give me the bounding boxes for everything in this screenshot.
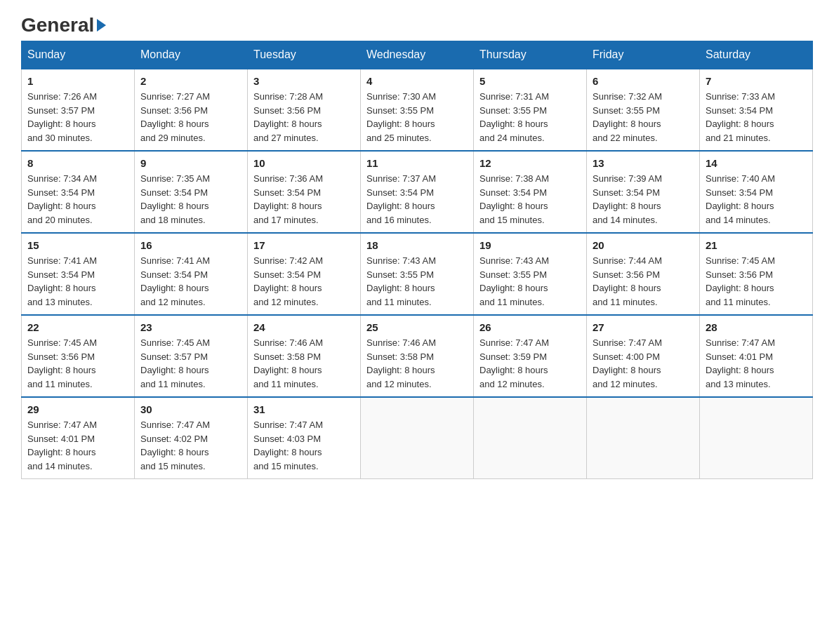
day-number: 15 [27,239,128,251]
day-info: Sunrise: 7:33 AMSunset: 3:54 PMDaylight:… [706,90,807,145]
day-number: 23 [140,321,241,333]
day-number: 8 [27,157,128,169]
day-number: 12 [479,157,581,169]
calendar-cell: 28 Sunrise: 7:47 AMSunset: 4:01 PMDaylig… [700,315,813,397]
calendar-cell: 29 Sunrise: 7:47 AMSunset: 4:01 PMDaylig… [22,397,135,479]
calendar-cell: 13 Sunrise: 7:39 AMSunset: 3:54 PMDaylig… [587,151,700,233]
day-number: 6 [593,75,694,87]
weekday-header-sunday: Sunday [22,41,135,69]
day-info: Sunrise: 7:47 AMSunset: 4:01 PMDaylight:… [27,418,128,473]
day-number: 28 [706,321,807,333]
day-info: Sunrise: 7:37 AMSunset: 3:54 PMDaylight:… [366,172,468,227]
calendar-cell: 25 Sunrise: 7:46 AMSunset: 3:58 PMDaylig… [361,315,474,397]
day-number: 16 [140,239,241,251]
day-info: Sunrise: 7:46 AMSunset: 3:58 PMDaylight:… [366,336,468,391]
day-number: 13 [593,157,694,169]
day-info: Sunrise: 7:47 AMSunset: 3:59 PMDaylight:… [479,336,581,391]
calendar-week-3: 15 Sunrise: 7:41 AMSunset: 3:54 PMDaylig… [22,233,813,315]
calendar-week-5: 29 Sunrise: 7:47 AMSunset: 4:01 PMDaylig… [22,397,813,479]
day-info: Sunrise: 7:39 AMSunset: 3:54 PMDaylight:… [593,172,694,227]
calendar-cell: 27 Sunrise: 7:47 AMSunset: 4:00 PMDaylig… [587,315,700,397]
calendar-cell: 19 Sunrise: 7:43 AMSunset: 3:55 PMDaylig… [474,233,587,315]
calendar-cell: 30 Sunrise: 7:47 AMSunset: 4:02 PMDaylig… [135,397,248,479]
day-number: 7 [706,75,807,87]
day-info: Sunrise: 7:45 AMSunset: 3:57 PMDaylight:… [140,336,241,391]
calendar-cell: 11 Sunrise: 7:37 AMSunset: 3:54 PMDaylig… [361,151,474,233]
weekday-header-wednesday: Wednesday [361,41,474,69]
day-info: Sunrise: 7:43 AMSunset: 3:55 PMDaylight:… [479,254,581,309]
calendar-header-row: SundayMondayTuesdayWednesdayThursdayFrid… [22,41,813,69]
calendar-cell: 7 Sunrise: 7:33 AMSunset: 3:54 PMDayligh… [700,69,813,151]
day-number: 2 [140,75,241,87]
day-number: 19 [479,239,581,251]
calendar-cell: 1 Sunrise: 7:26 AMSunset: 3:57 PMDayligh… [22,69,135,151]
calendar-cell: 17 Sunrise: 7:42 AMSunset: 3:54 PMDaylig… [248,233,361,315]
calendar-week-4: 22 Sunrise: 7:45 AMSunset: 3:56 PMDaylig… [22,315,813,397]
day-number: 5 [479,75,581,87]
day-number: 14 [706,157,807,169]
day-number: 18 [366,239,468,251]
calendar-cell: 8 Sunrise: 7:34 AMSunset: 3:54 PMDayligh… [22,151,135,233]
day-info: Sunrise: 7:47 AMSunset: 4:01 PMDaylight:… [706,336,807,391]
day-info: Sunrise: 7:35 AMSunset: 3:54 PMDaylight:… [140,172,241,227]
calendar-cell: 15 Sunrise: 7:41 AMSunset: 3:54 PMDaylig… [22,233,135,315]
weekday-header-tuesday: Tuesday [248,41,361,69]
day-info: Sunrise: 7:40 AMSunset: 3:54 PMDaylight:… [706,172,807,227]
day-info: Sunrise: 7:36 AMSunset: 3:54 PMDaylight:… [253,172,355,227]
day-info: Sunrise: 7:43 AMSunset: 3:55 PMDaylight:… [366,254,468,309]
day-info: Sunrise: 7:44 AMSunset: 3:56 PMDaylight:… [593,254,694,309]
day-number: 3 [253,75,355,87]
day-number: 1 [27,75,128,87]
calendar-cell: 20 Sunrise: 7:44 AMSunset: 3:56 PMDaylig… [587,233,700,315]
day-info: Sunrise: 7:42 AMSunset: 3:54 PMDaylight:… [253,254,355,309]
day-info: Sunrise: 7:46 AMSunset: 3:58 PMDaylight:… [253,336,355,391]
weekday-header-monday: Monday [135,41,248,69]
calendar-cell: 10 Sunrise: 7:36 AMSunset: 3:54 PMDaylig… [248,151,361,233]
calendar-cell: 6 Sunrise: 7:32 AMSunset: 3:55 PMDayligh… [587,69,700,151]
day-number: 10 [253,157,355,169]
day-info: Sunrise: 7:41 AMSunset: 3:54 PMDaylight:… [27,254,128,309]
day-info: Sunrise: 7:38 AMSunset: 3:54 PMDaylight:… [479,172,581,227]
day-info: Sunrise: 7:28 AMSunset: 3:56 PMDaylight:… [253,90,355,145]
calendar-cell: 18 Sunrise: 7:43 AMSunset: 3:55 PMDaylig… [361,233,474,315]
logo: General [21,14,106,34]
day-info: Sunrise: 7:30 AMSunset: 3:55 PMDaylight:… [366,90,468,145]
calendar-week-2: 8 Sunrise: 7:34 AMSunset: 3:54 PMDayligh… [22,151,813,233]
day-info: Sunrise: 7:45 AMSunset: 3:56 PMDaylight:… [27,336,128,391]
day-info: Sunrise: 7:47 AMSunset: 4:00 PMDaylight:… [593,336,694,391]
calendar-cell [700,397,813,479]
day-number: 22 [27,321,128,333]
day-number: 27 [593,321,694,333]
day-info: Sunrise: 7:26 AMSunset: 3:57 PMDaylight:… [27,90,128,145]
day-info: Sunrise: 7:34 AMSunset: 3:54 PMDaylight:… [27,172,128,227]
day-info: Sunrise: 7:47 AMSunset: 4:02 PMDaylight:… [140,418,241,473]
calendar-cell: 5 Sunrise: 7:31 AMSunset: 3:55 PMDayligh… [474,69,587,151]
calendar-cell: 2 Sunrise: 7:27 AMSunset: 3:56 PMDayligh… [135,69,248,151]
day-number: 21 [706,239,807,251]
day-number: 29 [27,403,128,415]
logo-general: General [21,14,94,36]
weekday-header-friday: Friday [587,41,700,69]
calendar-table: SundayMondayTuesdayWednesdayThursdayFrid… [21,41,813,479]
calendar-cell: 4 Sunrise: 7:30 AMSunset: 3:55 PMDayligh… [361,69,474,151]
weekday-header-saturday: Saturday [700,41,813,69]
day-number: 30 [140,403,241,415]
logo-arrow-icon [97,19,106,32]
calendar-cell: 16 Sunrise: 7:41 AMSunset: 3:54 PMDaylig… [135,233,248,315]
day-info: Sunrise: 7:45 AMSunset: 3:56 PMDaylight:… [706,254,807,309]
day-info: Sunrise: 7:41 AMSunset: 3:54 PMDaylight:… [140,254,241,309]
day-number: 9 [140,157,241,169]
day-number: 20 [593,239,694,251]
calendar-cell: 3 Sunrise: 7:28 AMSunset: 3:56 PMDayligh… [248,69,361,151]
day-info: Sunrise: 7:31 AMSunset: 3:55 PMDaylight:… [479,90,581,145]
calendar-cell: 12 Sunrise: 7:38 AMSunset: 3:54 PMDaylig… [474,151,587,233]
page-header: General [21,14,813,34]
day-info: Sunrise: 7:47 AMSunset: 4:03 PMDaylight:… [253,418,355,473]
day-number: 17 [253,239,355,251]
calendar-cell: 24 Sunrise: 7:46 AMSunset: 3:58 PMDaylig… [248,315,361,397]
calendar-cell: 22 Sunrise: 7:45 AMSunset: 3:56 PMDaylig… [22,315,135,397]
day-number: 4 [366,75,468,87]
day-number: 24 [253,321,355,333]
calendar-cell [474,397,587,479]
calendar-cell: 31 Sunrise: 7:47 AMSunset: 4:03 PMDaylig… [248,397,361,479]
